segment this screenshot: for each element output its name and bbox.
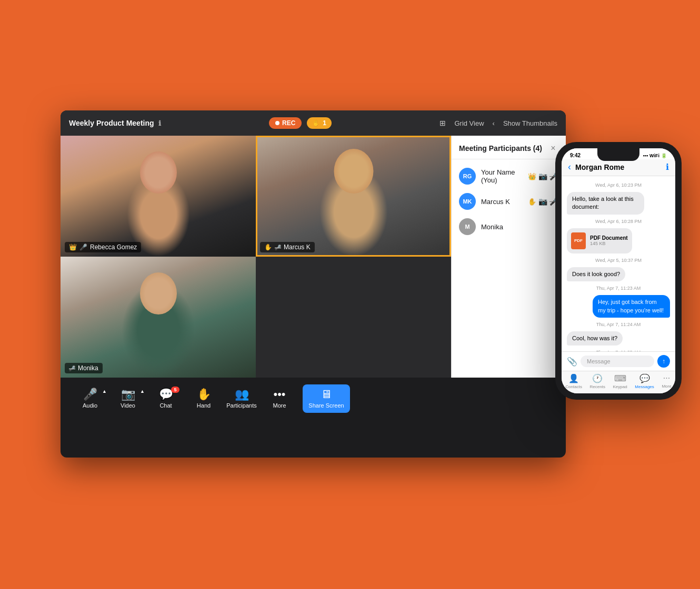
phone-bottom-nav: 👤 Contacts 🕐 Recents ⌨ Keypad 💬 Messages [562, 371, 675, 393]
avatar-rg: RG [459, 168, 476, 185]
chat-badge: 5 [171, 387, 179, 393]
recents-icon: 🕐 [592, 373, 603, 383]
raise-hand-icon: ✋ [264, 243, 272, 251]
pdf-size: 145 KB [590, 241, 628, 246]
video-area: 👑 🎤 Rebecca Gomez ✋ 🎤 Marcus K [61, 136, 451, 378]
scene: Weekly Product Meeting ℹ REC ✋ 1 ⊞ Grid … [61, 110, 639, 479]
pdf-name: PDF Document [590, 235, 628, 241]
meeting-info-icon[interactable]: ℹ [158, 119, 161, 127]
raise-icon: ✋ [312, 119, 320, 127]
video-cell-monika: 🎤 Monika [61, 257, 256, 378]
hand-label: Hand [197, 402, 211, 409]
video-label: Video [121, 402, 135, 409]
crown-icon: 👑 [69, 243, 77, 251]
recents-label: Recents [590, 384, 605, 389]
zoom-title-group: Weekly Product Meeting ℹ [69, 119, 161, 127]
panel-title: Meeting Participants (4) [459, 144, 542, 153]
hand-button[interactable]: ✋ Hand [185, 384, 223, 413]
participant-name-marcus: Marcus K [481, 198, 523, 206]
message-placeholder: Message [587, 358, 611, 364]
cam-muted-icon-you: 📷 [538, 172, 547, 180]
video-cell-empty [256, 257, 451, 378]
video-label-marcus: ✋ 🎤 Marcus K [260, 242, 315, 252]
mic-icon-rebecca: 🎤 [79, 243, 87, 251]
more-nav-icon: ··· [663, 373, 670, 383]
pdf-icon: PDF [571, 232, 586, 249]
share-screen-icon: 🖥 [321, 389, 332, 400]
participant-item-monika: M Monika [452, 214, 566, 239]
zoom-header-center: REC ✋ 1 [269, 117, 332, 129]
attach-button[interactable]: 📎 [567, 357, 577, 367]
phone-messages: Wed, Apr 6, 10:23 PM Hello, take a look … [562, 176, 675, 351]
message-input[interactable]: Message [581, 356, 654, 367]
participants-icon: 👥 [235, 389, 249, 400]
participants-label: Participants [226, 402, 256, 409]
phone-screen: 9:42 ▪▪▪ WiFi 🔋 ‹ Morgan Rome ℹ Wed, Apr… [562, 148, 675, 393]
zoom-header-right: ⊞ Grid View ‹ Show Thumbnails [439, 119, 557, 127]
messages-icon: 💬 [639, 373, 650, 383]
cam-muted-icon-marcus: 📷 [538, 197, 547, 206]
nav-contacts[interactable]: 👤 Contacts [565, 373, 582, 389]
more-button[interactable]: ••• More [261, 384, 298, 413]
marcus-name: Marcus K [284, 243, 311, 251]
video-button[interactable]: 📷 ▲ Video [109, 384, 147, 413]
video-label-rebecca: 👑 🎤 Rebecca Gomez [65, 242, 141, 252]
grid-view-label[interactable]: Grid View [454, 119, 484, 127]
mic-icon: 🎤 [83, 389, 97, 400]
phone-chat-header: ‹ Morgan Rome ℹ [562, 159, 675, 176]
phone-contact-name: Morgan Rome [575, 163, 662, 171]
zoom-window: Weekly Product Meeting ℹ REC ✋ 1 ⊞ Grid … [61, 110, 566, 458]
chat-button[interactable]: 💬 5 Chat [147, 384, 185, 413]
more-label: More [273, 402, 286, 409]
messages-label: Messages [635, 384, 654, 389]
nav-more[interactable]: ··· More [662, 373, 671, 389]
phone-back-button[interactable]: ‹ [568, 161, 571, 172]
zoom-header: Weekly Product Meeting ℹ REC ✋ 1 ⊞ Grid … [61, 110, 566, 136]
camera-icon: 📷 [121, 389, 135, 400]
msg-received-3: Cool, how was it? [567, 331, 623, 346]
pdf-attachment[interactable]: PDF PDF Document 145 KB [567, 228, 632, 253]
battery-icon: 🔋 [661, 153, 667, 158]
participant-name-you: Your Name (You) [481, 168, 523, 184]
msg-sent-1: Hey, just got back from my trip - hope y… [593, 295, 670, 318]
msg-received-2: Does it look good? [567, 267, 625, 281]
rec-badge[interactable]: REC [269, 117, 302, 129]
msg-timestamp-5: Thu, Apr 7, 11:24 AM [567, 322, 670, 327]
send-button[interactable]: ↑ [657, 355, 670, 368]
video-cell-rebecca: 👑 🎤 Rebecca Gomez [61, 136, 256, 257]
nav-recents[interactable]: 🕐 Recents [590, 373, 605, 389]
participants-button[interactable]: 👥 Participants [223, 384, 261, 413]
avatar-mk: MK [459, 193, 476, 210]
msg-received-1: Hello, take a look at this document: [567, 192, 644, 215]
msg-timestamp-1: Wed, Apr 6, 10:23 PM [567, 182, 670, 188]
main-area: 👑 🎤 Rebecca Gomez ✋ 🎤 Marcus K [61, 136, 566, 378]
panel-header: Meeting Participants (4) × [452, 136, 566, 159]
raise-badge[interactable]: ✋ 1 [307, 117, 332, 129]
share-screen-label: Share Screen [308, 402, 344, 409]
show-thumbnails-label[interactable]: Show Thumbnails [503, 119, 557, 127]
phone-frame: 9:42 ▪▪▪ WiFi 🔋 ‹ Morgan Rome ℹ Wed, Apr… [555, 142, 682, 400]
participant-item-you: RG Your Name (You) 👑 📷 🎤 [452, 164, 566, 189]
nav-messages[interactable]: 💬 Messages [635, 373, 654, 389]
phone-wrapper: 9:42 ▪▪▪ WiFi 🔋 ‹ Morgan Rome ℹ Wed, Apr… [555, 142, 682, 400]
rec-dot [275, 121, 279, 125]
msg-timestamp-2: Wed, Apr 6, 10:28 PM [567, 219, 670, 224]
zoom-toolbar: 🎤 ▲ Audio 📷 ▲ Video 💬 5 Chat [61, 378, 451, 420]
participant-list: RG Your Name (You) 👑 📷 🎤 MK Marcus K [452, 159, 566, 243]
share-screen-button[interactable]: 🖥 Share Screen [303, 384, 350, 413]
meeting-title: Weekly Product Meeting [69, 119, 154, 127]
audio-button[interactable]: 🎤 ▲ Audio [71, 384, 109, 413]
raise-count: 1 [323, 119, 326, 127]
participant-name-monika: Monika [481, 223, 553, 231]
nav-keypad[interactable]: ⌨ Keypad [613, 373, 627, 389]
chevron-up-icon-2: ▲ [140, 389, 145, 394]
video-grid: 👑 🎤 Rebecca Gomez ✋ 🎤 Marcus K [61, 136, 451, 378]
phone-notch [597, 148, 639, 161]
video-cell-marcus: ✋ 🎤 Marcus K [256, 136, 451, 257]
monika-name: Monika [78, 364, 98, 372]
keypad-icon: ⌨ [614, 373, 626, 383]
msg-timestamp-3: Wed, Apr 5, 10:37 PM [567, 258, 670, 263]
phone-info-button[interactable]: ℹ [666, 162, 669, 172]
phone-time: 9:42 [570, 153, 581, 158]
wifi-icon: WiFi [649, 153, 659, 158]
